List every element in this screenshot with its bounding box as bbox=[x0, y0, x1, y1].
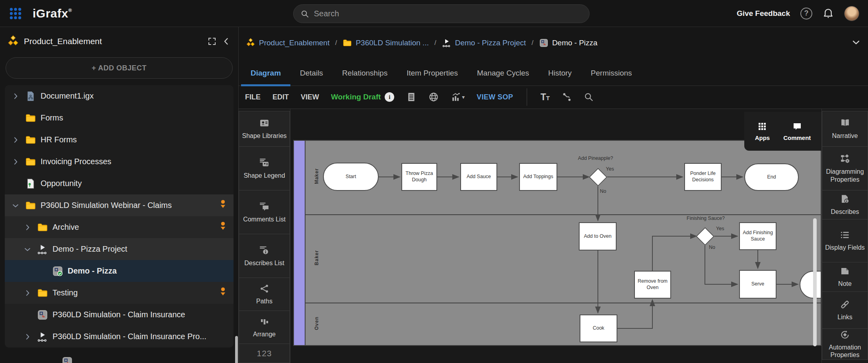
menu-view[interactable]: VIEW bbox=[301, 93, 319, 101]
node-add-finishing-sauce[interactable]: Add Finishing Sauce bbox=[739, 222, 777, 250]
tree-item-demo-pizza-project[interactable]: Demo - Pizza Project bbox=[5, 238, 234, 260]
tab-item-properties[interactable]: Item Properties bbox=[397, 69, 467, 85]
narrative-button[interactable]: Narrative bbox=[822, 111, 868, 147]
document-view-icon[interactable] bbox=[406, 92, 416, 102]
automation-properties-button[interactable]: Automation Properties bbox=[822, 329, 868, 360]
view-sop-button[interactable]: VIEW SOP bbox=[477, 93, 513, 101]
tree-item-p360ld-claims[interactable]: P360LD Simulation Webinar - Claims bbox=[5, 194, 234, 216]
node-ponder-life-decisions[interactable]: Ponder Life Decisions bbox=[684, 163, 722, 191]
tab-diagram[interactable]: Diagram bbox=[241, 69, 290, 85]
numbering-button[interactable]: 123 bbox=[239, 344, 290, 363]
chevron-down-icon[interactable] bbox=[22, 245, 33, 253]
chevron-right-icon[interactable] bbox=[22, 223, 33, 231]
tab-relationships[interactable]: Relationships bbox=[333, 69, 397, 85]
tree-item-label: Demo - Pizza Project bbox=[53, 245, 127, 254]
tab-details[interactable]: Details bbox=[290, 69, 333, 85]
add-object-button[interactable]: + ADD OBJECT bbox=[6, 57, 233, 79]
comment-bubble-icon bbox=[792, 122, 802, 131]
web-view-globe-icon[interactable] bbox=[428, 92, 439, 102]
give-feedback-button[interactable]: Give Feedback bbox=[737, 9, 790, 18]
tab-history[interactable]: History bbox=[539, 69, 581, 85]
menu-file[interactable]: FILE bbox=[245, 93, 261, 101]
describes-button[interactable]: Describes bbox=[822, 190, 868, 219]
lane-maker[interactable] bbox=[306, 141, 821, 215]
performance-chart-icon[interactable]: ▾ bbox=[451, 92, 465, 102]
diagram-page[interactable]: Maker Baker Oven bbox=[293, 140, 821, 346]
breadcrumb-item-project[interactable]: Demo - Pizza Project bbox=[442, 38, 526, 48]
app-launcher-icon[interactable] bbox=[9, 7, 22, 20]
node-throw-pizza-dough[interactable]: Throw Pizza Dough bbox=[401, 163, 437, 191]
diagram-canvas[interactable]: Maker Baker Oven bbox=[290, 109, 821, 363]
lane-header-strip[interactable] bbox=[294, 141, 306, 345]
right-tool-panel: Narrative Diagramming Properties Describ… bbox=[821, 109, 868, 363]
tree-item-document1[interactable]: Document1.igx bbox=[5, 85, 234, 107]
node-add-to-oven[interactable]: Add to Oven bbox=[579, 222, 617, 250]
breadcrumb-label[interactable]: Product_Enablement bbox=[259, 39, 329, 47]
version-status[interactable]: Working Draft i bbox=[331, 92, 394, 102]
canvas-scrollbar[interactable] bbox=[813, 218, 817, 346]
tree-item-opportunity[interactable]: Opportunity bbox=[5, 173, 234, 194]
user-avatar[interactable] bbox=[844, 6, 859, 21]
tree-item-testing[interactable]: Testing bbox=[5, 282, 234, 304]
tab-manage-cycles[interactable]: Manage Cycles bbox=[467, 69, 539, 85]
diagramming-properties-button[interactable]: Diagramming Properties bbox=[822, 147, 868, 190]
apps-button[interactable]: Apps bbox=[755, 122, 770, 141]
shape-legend-button[interactable]: Shape Legend bbox=[239, 147, 290, 190]
describes-list-button[interactable]: Describes List bbox=[239, 234, 290, 278]
global-search[interactable] bbox=[293, 4, 590, 23]
find-in-diagram-icon[interactable] bbox=[584, 92, 594, 102]
node-start[interactable]: Start bbox=[323, 163, 379, 191]
tree-item-hr-forms[interactable]: HR Forms bbox=[5, 129, 234, 151]
lane-oven[interactable] bbox=[306, 303, 821, 346]
links-button[interactable]: Links bbox=[822, 292, 868, 329]
breadcrumb-label[interactable]: P360LD Simulation ... bbox=[356, 39, 429, 47]
tree-item-claim-insurance-process[interactable]: P360LD Simulation - Claim Insurance Pro.… bbox=[5, 326, 234, 347]
breadcrumb-item-workspace[interactable]: Product_Enablement bbox=[246, 38, 329, 48]
chevron-right-icon[interactable] bbox=[22, 333, 33, 341]
node-add-toppings[interactable]: Add Toppings bbox=[519, 163, 557, 191]
paths-button[interactable]: Paths bbox=[239, 278, 290, 311]
note-button[interactable]: Note bbox=[822, 262, 868, 292]
node-add-sauce[interactable]: Add Sauce bbox=[460, 163, 497, 191]
sidebar-scrollbar[interactable] bbox=[235, 336, 238, 363]
connector-tool-icon[interactable] bbox=[562, 92, 572, 102]
chevron-down-icon[interactable] bbox=[10, 202, 21, 210]
chevron-right-icon[interactable] bbox=[10, 92, 21, 100]
tree-item-archive[interactable]: Archive bbox=[5, 216, 234, 238]
help-icon[interactable]: ? bbox=[800, 8, 812, 19]
collapse-header-chevron-icon[interactable] bbox=[851, 37, 861, 49]
node-serve[interactable]: Serve bbox=[739, 270, 777, 299]
diagram-icon bbox=[62, 356, 73, 363]
notifications-bell-icon[interactable] bbox=[823, 8, 834, 19]
branch-label-yes: Yes bbox=[716, 226, 724, 231]
chevron-right-icon[interactable] bbox=[10, 158, 21, 166]
text-format-tool[interactable]: TT bbox=[541, 92, 550, 103]
shape-libraries-button[interactable]: Shape Libraries bbox=[239, 111, 290, 147]
menu-edit[interactable]: EDIT bbox=[272, 93, 289, 101]
tree-item-demo-pizza[interactable]: Demo - Pizza bbox=[5, 260, 234, 282]
chevron-right-icon[interactable] bbox=[10, 136, 21, 144]
comment-button[interactable]: Comment bbox=[783, 122, 811, 141]
narrative-book-icon bbox=[840, 118, 850, 128]
tab-permissions[interactable]: Permissions bbox=[581, 69, 641, 85]
tree-item-forms[interactable]: Forms bbox=[5, 107, 234, 129]
arrange-button[interactable]: Arrange bbox=[239, 311, 290, 344]
expand-tree-icon[interactable] bbox=[207, 37, 217, 46]
collapse-sidebar-icon[interactable] bbox=[222, 37, 231, 46]
chevron-right-icon[interactable] bbox=[22, 289, 33, 297]
tree-item-partial[interactable] bbox=[62, 356, 73, 363]
comments-list-button[interactable]: Comments List bbox=[239, 190, 290, 234]
node-cook[interactable]: Cook bbox=[580, 314, 617, 342]
tree-item-claim-insurance[interactable]: P360LD Simulation - Claim Insurance bbox=[5, 304, 234, 326]
node-remove-from-oven[interactable]: Remove from Oven bbox=[634, 271, 671, 299]
breadcrumb-item-folder[interactable]: P360LD Simulation ... bbox=[343, 38, 429, 48]
breadcrumb-label[interactable]: Demo - Pizza Project bbox=[455, 39, 526, 47]
branch-label-no: No bbox=[600, 188, 606, 194]
search-input[interactable] bbox=[314, 9, 582, 18]
lane-label-maker: Maker bbox=[314, 156, 319, 196]
tree-item-invoicing-processes[interactable]: Invoicing Processes bbox=[5, 151, 234, 173]
node-end[interactable]: End bbox=[744, 163, 799, 191]
info-icon[interactable]: i bbox=[385, 92, 394, 102]
owner-badge-icon bbox=[220, 221, 226, 234]
display-fields-button[interactable]: Display Fields bbox=[822, 219, 868, 262]
